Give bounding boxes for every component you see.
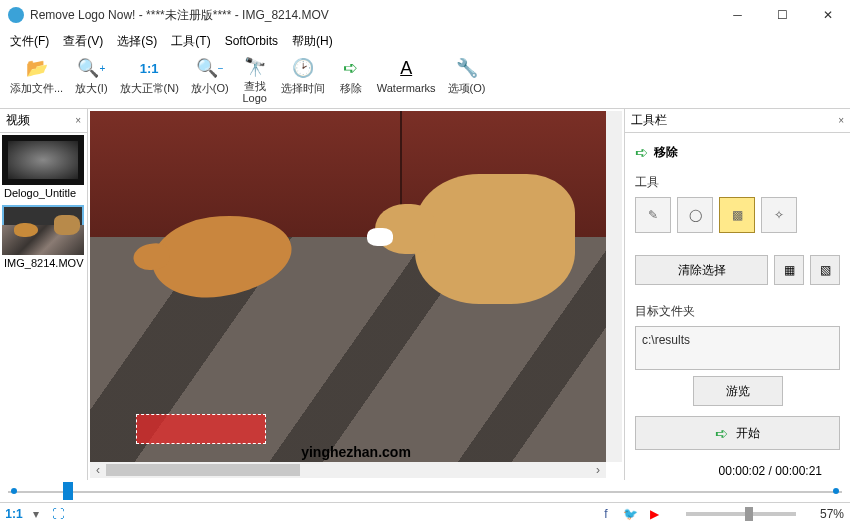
window-title: Remove Logo Now! - ****未注册版**** - IMG_82… (30, 7, 715, 24)
remove-section-header: ➪ 移除 (635, 139, 840, 170)
wand-icon: ✧ (774, 208, 784, 222)
toolbox-panel: 工具栏 × ➪ 移除 工具 ✎ ◯ ▩ ✧ 清除选择 ▦ ▧ (624, 109, 850, 480)
video-thumb-0[interactable] (2, 135, 84, 185)
selection-rectangle[interactable] (136, 414, 266, 444)
time-current: 00:00:02 (719, 464, 766, 478)
time-display: 00:00:02 / 00:00:21 (719, 464, 822, 478)
video-list-title: 视频 (6, 112, 30, 129)
browse-button[interactable]: 游览 (693, 376, 783, 406)
binoculars-icon: 🔭 (244, 56, 266, 78)
toolbar: 📂 添加文件... 🔍+ 放大(I) 1:1 放大正常(N) 🔍− 放小(O) … (0, 52, 850, 108)
social-twitter-icon[interactable]: 🐦 (622, 506, 638, 522)
close-button[interactable]: ✕ (805, 0, 850, 30)
pencil-icon: ✎ (648, 208, 658, 222)
arrow-right-icon: ➪ (343, 56, 358, 80)
menu-select[interactable]: 选择(S) (111, 31, 163, 52)
tool-watermarks[interactable]: A Watermarks (371, 54, 442, 106)
one-to-one-icon: 1:1 (140, 56, 159, 80)
tool-select-time-label: 选择时间 (281, 82, 325, 94)
menu-softorbits[interactable]: SoftOrbits (219, 32, 284, 50)
video-thumb-1-label: IMG_8214.MOV (2, 256, 85, 275)
tool-options[interactable]: 🔧 选项(O) (442, 54, 492, 106)
fit-mode-dropdown-icon[interactable]: ▾ (30, 511, 42, 517)
select-all-icon: ▦ (784, 263, 795, 277)
expand-icon[interactable]: ⛶ (50, 506, 66, 522)
browse-label: 游览 (726, 383, 750, 400)
tool-marquee-selected[interactable]: ▩ (719, 197, 755, 233)
video-list-header: 视频 × (0, 109, 87, 133)
scroll-right-icon[interactable]: › (590, 462, 606, 478)
tool-zoom-out-label: 放小(O) (191, 82, 229, 94)
menubar: 文件(F) 查看(V) 选择(S) 工具(T) SoftOrbits 帮助(H) (0, 30, 850, 52)
toolbox-close-icon[interactable]: × (838, 115, 844, 126)
wrench-icon: 🔧 (456, 56, 478, 80)
remove-section-title: 移除 (654, 144, 678, 161)
toolbox-header: 工具栏 × (625, 109, 850, 133)
select-all-button[interactable]: ▦ (774, 255, 804, 285)
invert-selection-button[interactable]: ▧ (810, 255, 840, 285)
time-total: 00:00:21 (775, 464, 822, 478)
tool-watermarks-label: Watermarks (377, 82, 436, 94)
video-frame (90, 111, 606, 462)
timeline-thumb[interactable] (63, 482, 73, 500)
video-viewport[interactable]: ‹ › (90, 111, 622, 478)
tool-zoom-in[interactable]: 🔍+ 放大(I) (69, 54, 113, 106)
app-icon (8, 7, 24, 23)
video-thumbnails: Delogo_Untitle IMG_8214.MOV (0, 133, 87, 277)
target-path-box: c:\results (635, 326, 840, 370)
tool-options-label: 选项(O) (448, 82, 486, 94)
fit-mode-button[interactable]: 1:1 (6, 506, 22, 522)
tool-remove-label: 移除 (340, 82, 362, 94)
arrow-right-icon: ➪ (635, 143, 648, 162)
menu-view[interactable]: 查看(V) (57, 31, 109, 52)
viewport-scrollbar-vertical[interactable] (606, 111, 622, 462)
video-thumb-1[interactable] (2, 205, 84, 255)
invert-icon: ▧ (820, 263, 831, 277)
tool-zoom-actual[interactable]: 1:1 放大正常(N) (114, 54, 185, 106)
menu-help[interactable]: 帮助(H) (286, 31, 339, 52)
tool-find-logo[interactable]: 🔭 查找 Logo (235, 54, 275, 106)
zoom-percent: 57% (804, 507, 844, 521)
text-a-icon: A (400, 56, 412, 80)
clear-selection-label: 清除选择 (678, 262, 726, 279)
tool-add-files-label: 添加文件... (10, 82, 63, 94)
toolbox-title: 工具栏 (631, 112, 667, 129)
tools-label: 工具 (635, 174, 840, 191)
statusbar: 1:1 ▾ ⛶ f 🐦 ▶ 57% (0, 502, 850, 524)
tool-zoom-in-label: 放大(I) (75, 82, 107, 94)
tool-wand[interactable]: ✧ (761, 197, 797, 233)
tool-lasso[interactable]: ◯ (677, 197, 713, 233)
zoom-in-icon: 🔍+ (77, 56, 105, 80)
target-path-value: c:\results (642, 333, 690, 347)
tool-add-files[interactable]: 📂 添加文件... (4, 54, 69, 106)
play-arrow-icon: ➪ (715, 424, 728, 443)
menu-tools[interactable]: 工具(T) (165, 31, 216, 52)
social-facebook-icon[interactable]: f (598, 506, 614, 522)
folder-open-icon: 📂 (26, 56, 48, 80)
start-label: 开始 (736, 425, 760, 442)
selection-tools-row: ✎ ◯ ▩ ✧ (635, 197, 840, 233)
dog-in-frame (415, 174, 575, 304)
marquee-icon: ▩ (732, 208, 743, 222)
tool-pencil[interactable]: ✎ (635, 197, 671, 233)
timeline-slider[interactable]: 00:00:02 / 00:00:21 (0, 480, 850, 502)
viewport-scrollbar-horizontal[interactable]: ‹ › (90, 462, 606, 478)
panel-close-icon[interactable]: × (75, 115, 81, 126)
social-youtube-icon[interactable]: ▶ (646, 506, 662, 522)
target-folder-label: 目标文件夹 (635, 303, 840, 320)
clear-selection-button[interactable]: 清除选择 (635, 255, 768, 285)
tool-remove[interactable]: ➪ 移除 (331, 54, 371, 106)
zoom-out-icon: 🔍− (196, 56, 224, 80)
video-list-panel: 视频 × Delogo_Untitle IMG_8214.MOV (0, 109, 88, 480)
start-button[interactable]: ➪ 开始 (635, 416, 840, 450)
minimize-button[interactable]: ─ (715, 0, 760, 30)
scroll-left-icon[interactable]: ‹ (90, 462, 106, 478)
menu-file[interactable]: 文件(F) (4, 31, 55, 52)
clock-icon: 🕑 (292, 56, 314, 80)
tool-select-time[interactable]: 🕑 选择时间 (275, 54, 331, 106)
video-thumb-0-label: Delogo_Untitle (2, 186, 85, 205)
center-area: ‹ › yinghezhan.com (88, 109, 624, 480)
zoom-slider[interactable] (686, 512, 796, 516)
tool-zoom-out[interactable]: 🔍− 放小(O) (185, 54, 235, 106)
maximize-button[interactable]: ☐ (760, 0, 805, 30)
